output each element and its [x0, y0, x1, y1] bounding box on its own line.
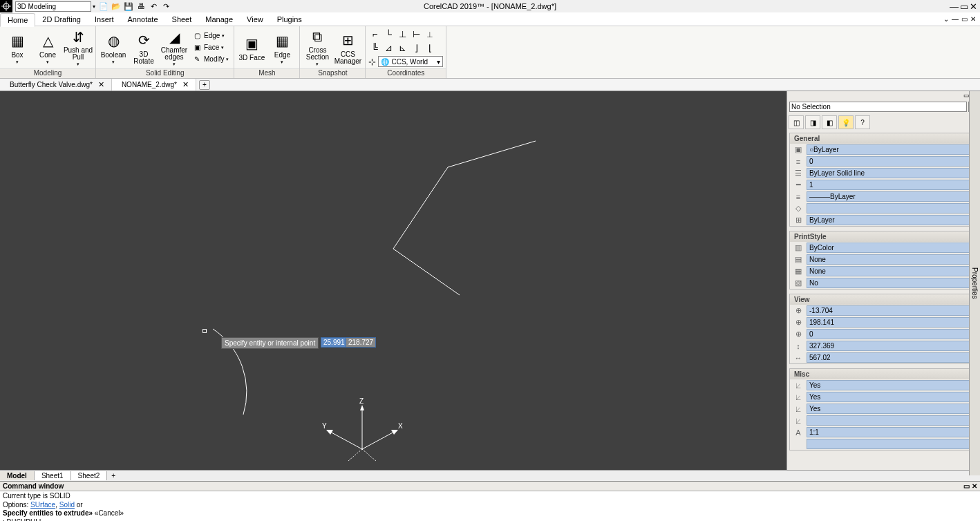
new-icon[interactable]: 📄	[98, 1, 109, 12]
doctab-noname2[interactable]: NONAME_2.dwg*✕	[112, 79, 196, 91]
prop-print-none1[interactable]: None	[807, 254, 976, 265]
tab-2d-drafting[interactable]: 2D Drafting	[35, 13, 88, 26]
coord-btn-4[interactable]: ⊢	[410, 28, 422, 40]
coord-btn-6[interactable]: ╚	[368, 41, 381, 54]
coord-btn-7[interactable]: ⊿	[382, 41, 395, 54]
coord-btn-3[interactable]: ⊥	[396, 28, 408, 40]
ccs-manager-button[interactable]: ⊞CCS Manager	[333, 28, 362, 67]
prop-icon-3[interactable]: ◧	[822, 115, 837, 129]
workspace-dropdown-arrow[interactable]: ▾	[93, 3, 95, 10]
3d-face-button[interactable]: ▣3D Face	[237, 28, 266, 67]
sheet-sheet1[interactable]: Sheet1	[35, 471, 71, 480]
boolean-button[interactable]: ◍Boolean▾	[99, 28, 128, 67]
mesh-edge-button[interactable]: ▦Edge▾	[267, 28, 296, 67]
prop-lineweight[interactable]: 1	[807, 180, 976, 190]
prop-help-button[interactable]: ?	[855, 115, 870, 129]
tab-annotate[interactable]: Annotate	[121, 13, 165, 26]
prop-print-none2[interactable]: None	[807, 266, 976, 276]
mesh-edge-icon: ▦	[272, 30, 292, 51]
prop-bycolor[interactable]: ByColor	[807, 243, 976, 253]
open-icon[interactable]: 📂	[111, 1, 122, 12]
face-button[interactable]: ▣Face▾	[190, 42, 231, 53]
prop-header-printstyle[interactable]: PrintStyle▴	[790, 231, 977, 242]
prop-misc-4[interactable]	[807, 415, 976, 426]
prop-view-x[interactable]: -13.704	[807, 305, 976, 316]
window-buttons: — ▭ ✕	[950, 1, 980, 12]
ribbon-group-snapshot: ⧉Cross Section▾ ⊞CCS Manager Snapshot	[300, 26, 366, 78]
prop-header-misc[interactable]: Misc▴	[790, 369, 977, 379]
print-icon[interactable]: 🖶	[135, 1, 147, 12]
close-button[interactable]: ✕	[970, 1, 977, 12]
prop-linetype[interactable]: ByLayer Solid line	[807, 168, 976, 178]
tab-plugins[interactable]: Plugins	[270, 13, 309, 26]
ccs-icon[interactable]: ⊹	[368, 57, 376, 67]
cmd-link-solid[interactable]: Solid	[59, 501, 75, 509]
add-sheet-button[interactable]: +	[107, 472, 120, 480]
minimize-button[interactable]: —	[950, 1, 959, 12]
selection-dropdown[interactable]	[789, 102, 967, 112]
drawing-canvas[interactable]: Specify entity or internal point 25.991 …	[0, 91, 786, 470]
coord-btn-9[interactable]: ⌋	[410, 41, 422, 54]
prop-view-y[interactable]: 198.141	[807, 317, 976, 328]
cmdwin-undock-icon[interactable]: ▭	[963, 482, 970, 490]
tab-manage[interactable]: Manage	[198, 13, 240, 26]
prop-misc-1[interactable]: Yes	[807, 380, 976, 390]
redo-icon[interactable]: ↷	[160, 1, 171, 12]
prop-icon-1[interactable]: ◫	[789, 115, 804, 129]
coord-btn-1[interactable]: ⌐	[368, 28, 381, 40]
doc-close-icon[interactable]: ✕	[970, 15, 976, 23]
coord-btn-10[interactable]: ⌊	[424, 41, 436, 54]
sheet-model[interactable]: Model	[0, 471, 35, 480]
prop-view-h[interactable]: 327.369	[807, 341, 976, 351]
prop-transparency[interactable]	[807, 203, 976, 214]
prop-misc-3[interactable]: Yes	[807, 404, 976, 414]
tab-home[interactable]: Home	[0, 13, 35, 27]
cmd-link-surface[interactable]: SUrface	[30, 501, 55, 509]
workspace-dropdown[interactable]	[15, 1, 91, 12]
prop-view-w[interactable]: 567.02	[807, 352, 976, 363]
prop-misc-2[interactable]: Yes	[807, 392, 976, 402]
sheet-sheet2[interactable]: Sheet2	[71, 471, 108, 480]
prop-misc-scale[interactable]: 1:1	[807, 427, 976, 437]
coord-btn-8[interactable]: ⊾	[396, 41, 408, 54]
misc-4-icon: ⟀	[790, 417, 807, 425]
prop-misc-last[interactable]	[807, 439, 976, 449]
prop-plotstyle-summary[interactable]: ByLayer	[807, 215, 976, 225]
prop-print-no[interactable]: No	[807, 278, 976, 288]
doctab-butterfly[interactable]: Butterfly Check Valve.dwg*✕	[0, 79, 112, 91]
prop-header-view[interactable]: View▴	[790, 294, 977, 305]
undo-icon[interactable]: ↶	[148, 1, 159, 12]
maximize-button[interactable]: ▭	[960, 1, 968, 12]
prop-color[interactable]: 0	[807, 156, 976, 167]
coord-btn-2[interactable]: └	[382, 28, 395, 40]
3d-rotate-button[interactable]: ⟳3D Rotate	[129, 28, 158, 67]
box-button[interactable]: ▦Box▾	[3, 28, 32, 67]
close-tab-icon[interactable]: ✕	[182, 80, 189, 89]
tab-view[interactable]: View	[240, 13, 270, 26]
doc-restore-icon[interactable]: ▭	[961, 15, 968, 23]
coord-btn-5[interactable]: ⟂	[424, 28, 436, 40]
save-icon[interactable]: 💾	[123, 1, 134, 12]
prop-view-z[interactable]: 0	[807, 329, 976, 339]
ccs-dropdown[interactable]: 🌐CCS, World▾	[378, 56, 443, 67]
push-pull-button[interactable]: ⇵Push and Pull▾	[64, 28, 93, 67]
close-tab-icon[interactable]: ✕	[98, 80, 104, 89]
prop-icon-lightbulb[interactable]: 💡	[838, 115, 854, 129]
tab-sheet[interactable]: Sheet	[165, 13, 199, 26]
doc-minimize-icon[interactable]: —	[952, 15, 959, 23]
edge-button[interactable]: ▢Edge▾	[190, 30, 231, 41]
cone-button[interactable]: △Cone▾	[33, 28, 62, 67]
tab-insert[interactable]: Insert	[88, 13, 121, 26]
ribbon-collapse-icon[interactable]: ⌄	[943, 15, 949, 23]
properties-sidetab[interactable]: Properties	[969, 91, 980, 475]
cross-section-button[interactable]: ⧉Cross Section▾	[303, 28, 332, 67]
prop-icon-2[interactable]: ◨	[805, 115, 820, 129]
cmdwin-close-icon[interactable]: ✕	[972, 482, 977, 490]
add-tab-button[interactable]: +	[199, 80, 210, 90]
chamfer-button[interactable]: ◢Chamfer edges▾	[160, 28, 189, 67]
prop-linescale[interactable]: ——— ByLayer	[807, 191, 976, 202]
prop-header-general[interactable]: General▴	[790, 133, 977, 144]
command-window-body[interactable]: Current type is SOLID Options: SUrface, …	[0, 491, 980, 521]
modify-button[interactable]: ✎Modify▾	[190, 54, 231, 65]
prop-layer[interactable]: ○ ByLayer	[807, 144, 976, 155]
